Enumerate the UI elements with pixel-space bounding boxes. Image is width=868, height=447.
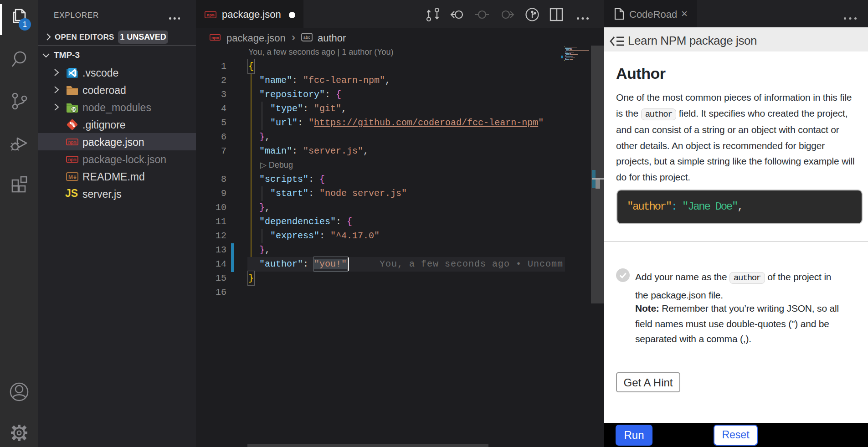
svg-text:M: M (68, 174, 73, 180)
svg-text:JS: JS (71, 108, 76, 112)
svg-text:abc: abc (303, 36, 310, 40)
svg-text:npm: npm (68, 140, 76, 145)
svg-text:npm: npm (211, 36, 219, 41)
svg-text:npm: npm (206, 13, 214, 18)
svg-text:npm: npm (68, 158, 76, 163)
